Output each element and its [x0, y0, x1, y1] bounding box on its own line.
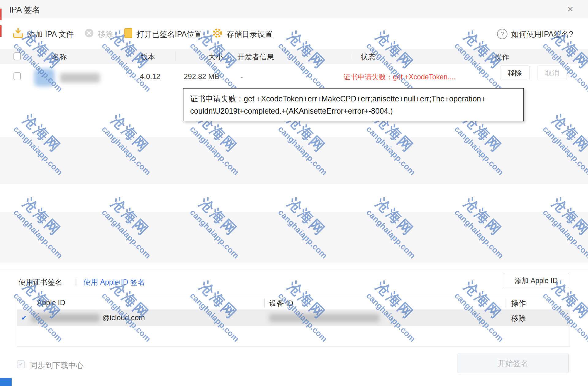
status-cell[interactable]: 证书申请失败：get +XcodeToken.... — [344, 72, 455, 82]
column-separator — [505, 298, 505, 308]
help-link[interactable]: ? 如何使用IPA签名? — [497, 19, 573, 49]
row-cancel-button: 取消 — [537, 66, 567, 80]
remove-button: 移除 — [84, 19, 113, 49]
col-device-id: 设备 ID — [269, 298, 293, 308]
select-all-checkbox[interactable] — [13, 52, 21, 60]
column-separator — [233, 52, 233, 61]
gear-icon — [212, 28, 223, 40]
folder-icon — [124, 28, 133, 40]
apple-id-remove-link[interactable]: 移除 — [511, 313, 526, 323]
add-apple-id-button[interactable]: 添加 Apple ID — [503, 273, 569, 288]
open-signed-location-button[interactable]: 打开已签名IPA位置 — [124, 19, 202, 49]
corner-artifact — [0, 378, 12, 386]
apple-id-row[interactable]: ✔ @icloud.com 移除 — [17, 310, 570, 326]
edge-artifact — [0, 25, 2, 37]
add-ipa-button[interactable]: 添加 IPA 文件 — [12, 19, 74, 49]
ipa-table-header: 名称 版本 大小 开发者信息 状态 操作 — [0, 49, 588, 64]
toolbar: 添加 IPA 文件 移除 打开已签名IPA位置 — [0, 19, 588, 49]
apple-id-blurred — [31, 314, 100, 322]
sync-checkbox: ✔ — [17, 360, 25, 368]
apple-id-suffix: @icloud.com — [102, 313, 145, 322]
remove-circle-icon — [84, 28, 94, 40]
apple-id-table: Apple ID 设备 ID 操作 ✔ @icloud.com 移除 — [17, 295, 570, 346]
sync-label: 同步到下载中心 — [30, 360, 84, 370]
question-icon: ? — [497, 29, 507, 39]
ipa-sign-window: IPA 签名 × 添加 IPA 文件 移除 — [0, 0, 588, 386]
col-size: 大小 — [208, 52, 223, 62]
col-version: 版本 — [140, 52, 155, 62]
empty-row-stripe — [0, 212, 588, 263]
col-apple-id: Apple ID — [37, 298, 65, 307]
window-title: IPA 签名 — [9, 4, 40, 15]
apple-id-table-header: Apple ID 设备 ID 操作 — [17, 295, 570, 310]
start-signing-button: 开始签名 — [458, 353, 569, 373]
row-checkbox[interactable] — [13, 72, 21, 80]
title-bar: IPA 签名 × — [0, 0, 588, 19]
storage-settings-button[interactable]: 存储目录设置 — [212, 19, 273, 49]
sync-check-icon: ✔ — [19, 361, 23, 368]
col-developer: 开发者信息 — [237, 52, 274, 62]
col-id-action: 操作 — [511, 298, 526, 308]
panel-divider — [0, 270, 588, 270]
remove-label: 移除 — [98, 29, 113, 39]
device-id-blurred — [269, 314, 379, 322]
help-label: 如何使用IPA签名? — [511, 29, 573, 39]
open-signed-location-label: 打开已签名IPA位置 — [137, 29, 202, 39]
column-separator — [175, 52, 175, 61]
edge-artifact — [0, 9, 2, 20]
tab-separator: | — [75, 277, 77, 286]
tab-sign-with-certificate[interactable]: 使用证书签名 — [18, 277, 62, 287]
tab-sign-with-apple-id[interactable]: 使用 Apple ID 签名 — [83, 277, 145, 287]
col-status: 状态 — [361, 52, 375, 62]
selected-check-icon: ✔ — [21, 314, 27, 322]
col-action: 操作 — [495, 52, 509, 62]
app-icon-blurred — [34, 69, 55, 86]
empty-row-stripe — [0, 137, 588, 184]
col-name: 名称 — [52, 52, 67, 62]
tooltip-line1: 证书申请失败：get +XcodeToken+err+MakeCPD+err;a… — [190, 93, 517, 105]
app-name-blurred — [60, 73, 100, 83]
storage-settings-label: 存储目录设置 — [227, 29, 273, 39]
add-ipa-label: 添加 IPA 文件 — [28, 29, 74, 39]
developer-cell: - — [240, 72, 243, 81]
row-remove-button[interactable]: 移除 — [500, 66, 530, 80]
download-icon — [12, 28, 24, 40]
tooltip-line2: couldn\U2019t+completed.+(AKAnisetteErro… — [190, 105, 517, 117]
error-tooltip: 证书申请失败：get +XcodeToken+err+MakeCPD+err;a… — [183, 88, 524, 121]
size-cell: 292.82 MB — [184, 72, 219, 81]
close-icon[interactable]: × — [567, 3, 573, 15]
column-separator — [264, 298, 265, 308]
ipa-table-row: 4.0.12 292.82 MB - 证书申请失败：get +XcodeToke… — [0, 64, 588, 89]
column-separator — [487, 52, 487, 61]
version-cell: 4.0.12 — [130, 72, 170, 81]
column-separator — [351, 52, 351, 61]
